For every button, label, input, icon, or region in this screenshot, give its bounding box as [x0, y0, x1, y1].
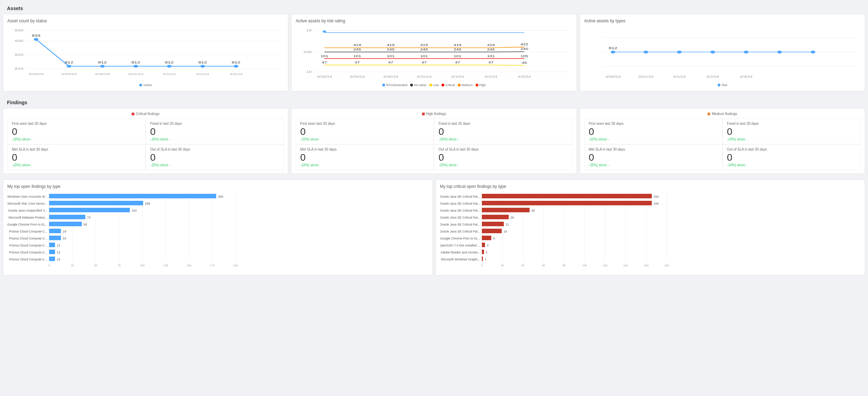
- svg-rect-113: [49, 236, 61, 240]
- medium-legend-dot: [707, 113, 710, 115]
- asset-count-legend: Active: [7, 83, 284, 87]
- top-critical-findings-title: My top critical open findings by type: [440, 184, 861, 189]
- risk-rating-legend: RSAGenerated No value Low Critical: [296, 83, 572, 87]
- svg-text:1k: 1k: [306, 29, 312, 32]
- critical-fixed-value: 0: [150, 127, 279, 137]
- svg-text:175: 175: [210, 264, 215, 267]
- legend-novalue-icon: [410, 84, 413, 86]
- svg-text:47: 47: [322, 61, 327, 64]
- svg-rect-95: [49, 194, 216, 198]
- svg-text:812: 812: [132, 61, 140, 64]
- legend-medium-label: Medium: [462, 83, 473, 87]
- svg-text:120: 120: [603, 264, 608, 267]
- svg-text:833: 833: [32, 34, 40, 37]
- svg-text:75: 75: [118, 264, 121, 267]
- svg-text:4/3/24: 4/3/24: [230, 73, 243, 76]
- svg-text:3/31/24: 3/31/24: [638, 75, 654, 78]
- top-critical-findings-card: My top critical open findings by type: [436, 180, 866, 275]
- medium-out-sla: Out of SLA in last 30 days 0 ↓(0%) since…: [722, 144, 861, 170]
- svg-text:Oracle Java SE Critical Pat...: Oracle Java SE Critical Pat...: [440, 195, 480, 198]
- svg-text:164: 164: [654, 195, 659, 198]
- svg-text:101: 101: [420, 54, 428, 58]
- legend-active-icon: [139, 84, 142, 86]
- svg-text:9: 9: [493, 237, 495, 240]
- assets-types-legend: Test: [584, 83, 861, 87]
- high-legend-label: High findings: [426, 112, 446, 116]
- svg-text:24: 24: [63, 237, 66, 240]
- findings-panels-row: Critical findings First seen last 30 day…: [3, 108, 865, 174]
- legend-rsa-icon: [382, 84, 385, 86]
- svg-text:66: 66: [84, 223, 87, 226]
- svg-text:Prisma Cloud Compute-C...: Prisma Cloud Compute-C...: [9, 258, 47, 261]
- svg-text:812: 812: [98, 61, 107, 64]
- svg-text:100: 100: [140, 264, 145, 267]
- svg-rect-165: [482, 243, 485, 247]
- high-findings-card: High findings First seen last 30 days 0 …: [291, 108, 577, 174]
- findings-title: Findings: [3, 97, 865, 108]
- critical-legend-dot: [132, 113, 134, 115]
- svg-rect-159: [482, 229, 502, 233]
- svg-text:21: 21: [506, 223, 509, 226]
- svg-text:812: 812: [165, 61, 174, 64]
- svg-text:820: 820: [15, 53, 23, 56]
- svg-text:4/2/24: 4/2/24: [706, 75, 719, 78]
- svg-point-12: [167, 65, 171, 68]
- high-out-sla: Out of SLA in last 30 days 0 ↓(0%) since…: [434, 144, 572, 170]
- svg-text:3/28/24: 3/28/24: [29, 73, 44, 76]
- svg-text:101: 101: [387, 54, 394, 58]
- svg-text:20: 20: [501, 264, 504, 267]
- legend-medium: Medium: [458, 83, 473, 87]
- svg-text:200: 200: [233, 264, 238, 267]
- svg-point-78: [811, 51, 815, 53]
- svg-text:Microsoft XML Core Servic...: Microsoft XML Core Servic...: [8, 202, 47, 205]
- svg-text:Oracle Java SE Critical Pat...: Oracle Java SE Critical Pat...: [440, 202, 480, 205]
- svg-text:4/1/24: 4/1/24: [163, 73, 176, 76]
- bottom-section: My top open findings by type: [0, 177, 868, 278]
- svg-text:26: 26: [510, 216, 514, 219]
- svg-text:812: 812: [65, 61, 73, 64]
- svg-text:422: 422: [521, 43, 528, 46]
- svg-text:47: 47: [488, 61, 494, 64]
- svg-rect-162: [482, 236, 491, 240]
- bottom-row: My top open findings by type: [3, 180, 865, 275]
- svg-text:3/28/24: 3/28/24: [317, 75, 332, 78]
- svg-text:125: 125: [163, 264, 168, 267]
- svg-text:100: 100: [303, 50, 312, 54]
- svg-text:40: 40: [521, 264, 524, 267]
- legend-high-icon: [476, 84, 478, 86]
- critical-fixed-change: ↓(0%) since -: [150, 137, 279, 141]
- legend-high-label: High: [479, 83, 486, 87]
- svg-text:Microsoft Malware Protect...: Microsoft Malware Protect...: [8, 216, 47, 219]
- medium-findings-legend: Medium findings: [584, 112, 861, 116]
- svg-rect-147: [482, 201, 652, 205]
- high-met-sla: Met SLA in last 30 days 0 ↓(0%) since -: [296, 144, 434, 170]
- legend-novalue: No value: [410, 83, 427, 87]
- medium-fixed: Fixed in last 30 days 0 ↓(0%) since -: [722, 119, 861, 144]
- svg-point-11: [133, 65, 138, 68]
- assets-charts-row: Asset count by status 840 830 820 810: [3, 14, 865, 91]
- svg-rect-153: [482, 215, 509, 219]
- svg-text:Oracle Java SE Critical Pat...: Oracle Java SE Critical Pat...: [440, 223, 480, 226]
- svg-text:336: 336: [218, 195, 223, 198]
- svg-text:4/2/24: 4/2/24: [196, 73, 209, 76]
- svg-text:47: 47: [388, 61, 393, 64]
- svg-text:160: 160: [644, 264, 649, 267]
- svg-text:162: 162: [132, 209, 137, 212]
- svg-text:419: 419: [353, 43, 361, 46]
- svg-rect-171: [482, 257, 483, 261]
- assets-types-card: Active assets by types: [580, 14, 865, 91]
- svg-text:101: 101: [454, 54, 461, 58]
- svg-text:164: 164: [654, 202, 659, 205]
- svg-text:47: 47: [455, 61, 460, 64]
- high-findings-legend: High findings: [296, 112, 572, 116]
- critical-fixed-label: Fixed in last 30 days: [150, 122, 279, 125]
- legend-novalue-label: No value: [414, 83, 427, 87]
- svg-text:4/1/24: 4/1/24: [451, 75, 464, 78]
- svg-text:Oracle Java Unspecified V...: Oracle Java Unspecified V...: [8, 209, 47, 212]
- svg-text:812: 812: [609, 46, 617, 50]
- svg-text:105: 105: [521, 54, 528, 58]
- assets-section: Assets Asset count by status 840 830 820…: [0, 0, 868, 94]
- svg-point-10: [100, 65, 104, 68]
- svg-point-14: [234, 65, 238, 68]
- svg-text:Oracle Java SE Critical Pat...: Oracle Java SE Critical Pat...: [440, 216, 480, 219]
